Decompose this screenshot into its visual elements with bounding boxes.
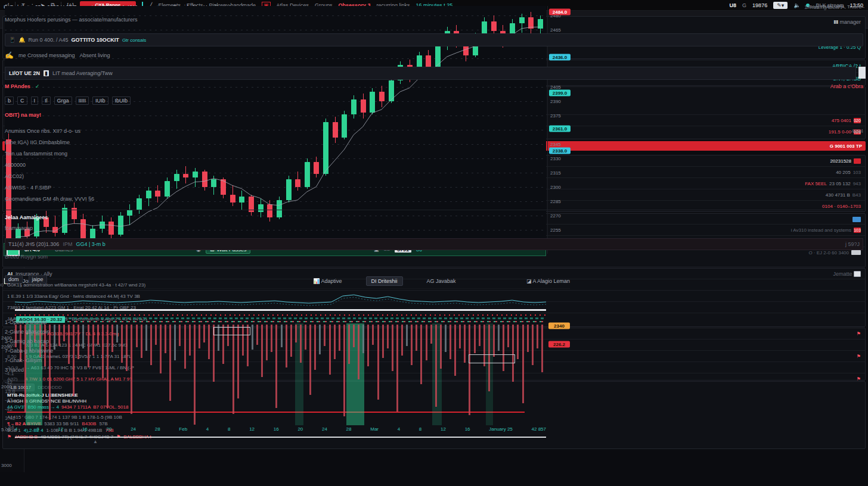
format-button[interactable]: C — [17, 96, 27, 105]
input-text: Run 0 400. / A45 — [28, 37, 68, 43]
check-icon: ✓ — [35, 83, 40, 89]
summary-row: Gine IGA) IIG Dimbasblime — [5, 136, 863, 148]
section-icon: ▮ — [44, 70, 49, 76]
strategy-item[interactable]: 7-Gaba-g ab/alsvine — [5, 348, 863, 357]
delta-number-list: -4.1-4213.8-43-421.42-.44 — [5, 370, 863, 433]
ticket-value: j 59?J — [845, 241, 860, 247]
chip-pair-row: dom jaipe — [5, 275, 863, 284]
delta-number: -42 — [5, 406, 863, 415]
left-panel-stack: Entry velocity · Swiss TRAN, APA, Trust … — [0, 472, 132, 486]
gray-note: Breed Roygn som — [5, 254, 863, 260]
format-button[interactable]: IbUIb — [112, 96, 131, 105]
red-dotted-line — [15, 314, 546, 316]
indicator-line — [15, 290, 546, 308]
axis-baseline — [15, 437, 546, 438]
divider — [5, 210, 863, 210]
format-button[interactable]: IUIb — [92, 96, 108, 105]
chip-jaipe[interactable]: jaipe — [29, 275, 47, 284]
sig-text: me Crossed messaging — [18, 52, 75, 58]
strategy-item[interactable]: 2-Giane abasensin — [5, 329, 863, 338]
summary-row: ACC02) — [5, 170, 863, 182]
delta-number: -4.1 — [5, 370, 863, 379]
sig-text2: Absent living — [80, 52, 110, 58]
pandes-value: Arab a c'Obra — [830, 83, 863, 89]
strategy-item-list: 1-Openi a lindcap2-Giane abasensin3-Gami… — [5, 319, 863, 376]
strategy-item[interactable]: 7-Ghak- Gilişim — [5, 357, 863, 367]
threshold-line — [15, 309, 546, 311]
summary-list: Anumiss Once ribs. XII? d-o- us4884Gine … — [5, 125, 863, 204]
pandes-label: M PAndes — [5, 83, 30, 89]
pandes-row[interactable]: M PAndes ✓ Arab a c'Obra — [5, 83, 863, 89]
ticket-mid: IPM — [63, 241, 72, 247]
section2-sub: fcammagap — [5, 225, 863, 231]
phone-icon: 📱 — [9, 37, 16, 43]
chip-dom[interactable]: dom — [5, 275, 23, 284]
summary-row: Anumiss Once ribs. XII? d-o- us4884 — [5, 125, 863, 136]
warrants-badge: 020 — [854, 118, 861, 123]
area-label[interactable]: 1 Trading area t — [804, 4, 842, 10]
red-heading: OBIT) na may! — [5, 112, 863, 118]
section-rest: LIT mead Averaging/Tww — [52, 70, 113, 76]
strategy-item[interactable]: 1-Openi a lindcap — [5, 319, 863, 329]
delta-number: 1.42 — [5, 415, 863, 424]
price-badge: 2399.0 — [549, 89, 571, 96]
price-tick: 2465 — [550, 27, 561, 33]
format-button[interactable]: IIIII — [76, 96, 89, 105]
price-badge: 2484.0 — [549, 8, 571, 15]
ticket-row[interactable]: T11(4) JH5 (20)1.306 IPM GG4 | 3-m b j 5… — [5, 238, 863, 250]
section-bold: LI/OT UE 2N — [9, 70, 40, 76]
ticket-teal: GG4 | 3-m b — [76, 241, 105, 247]
format-button[interactable]: Grga — [54, 96, 72, 105]
input-teal: Gtr consals — [122, 38, 146, 43]
summary-row: Geomandiunas GM 4h draw, VVVI §6 — [5, 193, 863, 204]
delta-number: -43 — [5, 397, 863, 406]
indicator-y-label: 3000 — [1, 463, 12, 468]
signature-row: ✍ me Crossed messaging Absent living — [5, 51, 863, 60]
bell-icon: 🔔 — [18, 37, 25, 43]
section-bar[interactable]: LI/OT UE 2N ▮ LIT mead Averaging/Tww — [5, 67, 856, 80]
format-button-row: bCIIlGrgaIIIIIIUIbIbUIb — [5, 96, 863, 105]
corner-handle[interactable] — [858, 67, 866, 79]
flag-icon: ⚑ — [7, 434, 11, 440]
neg-label: -500 — [0, 282, 4, 288]
summary-row: ASWISS · 4 F.SIBP — [5, 182, 863, 193]
delta-number: 13.8 — [5, 388, 863, 397]
trading-terminal: «| Ŧ ∴ ➤ ⧉ [A] CYA Range ╱ Elements Effe… — [0, 0, 868, 486]
delta-number: -42 — [5, 379, 863, 388]
section2-title: Jelaa Aamalgees — [5, 214, 863, 220]
format-button[interactable]: b — [5, 96, 14, 105]
summary-row: Tein.ua fanstammist mong — [5, 148, 863, 159]
right-header: Morphus Hoofers perusings — associate/ma… — [5, 17, 863, 23]
delta-number: -.44 — [5, 424, 863, 433]
strategy-item[interactable]: 3-Gamig ab bacap — [5, 338, 863, 348]
ticket-id: T11(4) JH5 (20)1.306 — [8, 241, 59, 247]
input-bold: GOTTITO 10OCKIT — [72, 37, 119, 43]
format-button[interactable]: I — [31, 96, 39, 105]
right-search-input[interactable]: 📱 🔔 Run 0 400. / A45 GOTTITO 10OCKIT Gtr… — [5, 33, 863, 46]
signature-icon: ✍ — [5, 51, 14, 60]
summary-row: 4600000 — [5, 159, 863, 170]
format-button[interactable]: Il — [42, 96, 51, 105]
cursor-caret: ▲ — [93, 439, 98, 444]
warrants-value: 475 0401 — [832, 118, 851, 123]
